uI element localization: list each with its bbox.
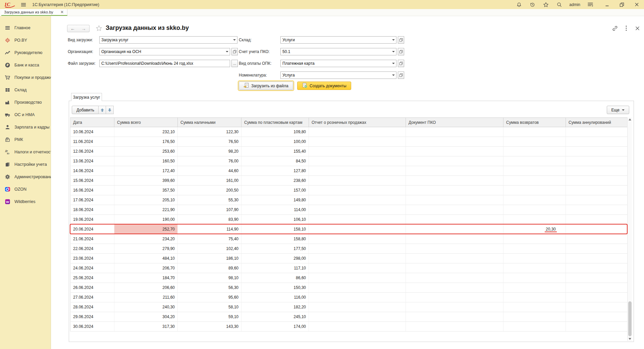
table-vertical-scrollbar[interactable] bbox=[627, 117, 632, 341]
table-cell[interactable]: 21.06.2024 bbox=[70, 234, 114, 244]
table-row[interactable]: 11.06.2024176,5076,50100,00 bbox=[70, 137, 628, 147]
table-cell[interactable] bbox=[309, 156, 406, 166]
schet-pko-open-icon[interactable] bbox=[398, 48, 404, 55]
nomenklatura-dropdown-icon[interactable] bbox=[390, 72, 396, 79]
table-cell[interactable] bbox=[503, 137, 566, 147]
table-cell[interactable] bbox=[406, 127, 503, 137]
table-cell[interactable] bbox=[406, 273, 503, 283]
table-cell[interactable]: 22.06.2024 bbox=[70, 244, 114, 254]
table-cell[interactable]: 13.06.2024 bbox=[70, 156, 114, 166]
table-cell[interactable] bbox=[566, 234, 628, 244]
table-cell[interactable] bbox=[406, 205, 503, 215]
back-button[interactable]: ← bbox=[67, 25, 78, 32]
table-row[interactable]: 19.06.2024190,0083,90106,10 bbox=[70, 215, 628, 225]
table-cell[interactable] bbox=[503, 147, 566, 156]
minimize-icon[interactable] bbox=[604, 2, 610, 8]
table-cell[interactable]: 177,50 bbox=[241, 244, 309, 254]
table-row[interactable]: 26.06.2024206,6056,30150,30 bbox=[70, 283, 628, 293]
table-cell[interactable] bbox=[406, 137, 503, 147]
table-cell[interactable] bbox=[566, 127, 628, 137]
table-row[interactable]: 20.06.2024252,70114,90158,1020,30 bbox=[70, 225, 628, 234]
table-cell[interactable]: 245,10 bbox=[241, 312, 309, 322]
table-cell[interactable]: 155,40 bbox=[241, 147, 309, 156]
table-cell[interactable]: 10.06.2024 bbox=[70, 127, 114, 137]
table-cell[interactable] bbox=[503, 234, 566, 244]
table-row[interactable]: 17.06.2024205,1055,30149,80 bbox=[70, 195, 628, 205]
more-button[interactable]: Еще bbox=[607, 106, 629, 114]
tab-zagruzka-uslug[interactable]: Загрузка услуг bbox=[71, 93, 102, 101]
table-cell[interactable] bbox=[406, 234, 503, 244]
sidebar-item-glavnoe[interactable]: Главное bbox=[0, 21, 51, 34]
table-cell[interactable] bbox=[309, 127, 406, 137]
user-menu[interactable]: admin bbox=[569, 2, 580, 7]
table-cell[interactable] bbox=[309, 263, 406, 273]
table-cell[interactable] bbox=[309, 137, 406, 147]
table-cell[interactable]: 76,50 bbox=[178, 137, 241, 147]
table-cell[interactable]: 182,20 bbox=[241, 302, 309, 312]
table-cell[interactable]: 186,10 bbox=[178, 254, 241, 263]
nomenklatura-open-icon[interactable] bbox=[398, 71, 404, 79]
more-actions-dots-icon[interactable] bbox=[625, 25, 627, 33]
table-cell[interactable]: 95,60 bbox=[178, 293, 241, 302]
table-cell[interactable]: 176,50 bbox=[114, 137, 178, 147]
nomenklatura-input[interactable] bbox=[281, 73, 390, 78]
table-cell[interactable] bbox=[309, 302, 406, 312]
table-row[interactable]: 21.06.2024234,2075,40158,80 bbox=[70, 234, 628, 244]
add-to-favorites-star-icon[interactable] bbox=[96, 25, 102, 33]
schet-pko-input[interactable] bbox=[281, 49, 390, 54]
table-cell[interactable]: 89,60 bbox=[178, 263, 241, 273]
table-cell[interactable] bbox=[566, 147, 628, 156]
table-cell[interactable] bbox=[309, 147, 406, 156]
table-row[interactable]: 15.06.2024399,60161,00238,60 bbox=[70, 176, 628, 186]
table-cell[interactable] bbox=[406, 147, 503, 156]
table-row[interactable]: 29.06.2024304,2059,10245,10 bbox=[70, 312, 628, 322]
table-cell[interactable]: 24.06.2024 bbox=[70, 263, 114, 273]
table-cell[interactable] bbox=[503, 156, 566, 166]
table-cell[interactable]: 44,60 bbox=[178, 166, 241, 176]
table-cell[interactable] bbox=[566, 273, 628, 283]
table-cell[interactable] bbox=[503, 244, 566, 254]
table-cell[interactable] bbox=[309, 244, 406, 254]
sklad-dropdown-icon[interactable] bbox=[390, 37, 396, 43]
table-row[interactable]: 30.06.2024317,30143,30174,00 bbox=[70, 322, 628, 332]
sklad-input[interactable] bbox=[281, 38, 390, 42]
table-cell[interactable] bbox=[503, 322, 566, 332]
move-down-icon[interactable] bbox=[106, 106, 114, 114]
table-cell[interactable] bbox=[309, 205, 406, 215]
table-row[interactable]: 22.06.2024279,90102,40177,50 bbox=[70, 244, 628, 254]
tab-zagruzka-dannykh[interactable]: Загрузка данных из skko.by ✕ bbox=[1, 9, 67, 16]
schet-pko-dropdown-icon[interactable] bbox=[390, 48, 396, 55]
table-cell[interactable] bbox=[503, 205, 566, 215]
notifications-bell-icon[interactable] bbox=[516, 2, 522, 8]
table-row[interactable]: 12.06.2024253,6098,20155,40 bbox=[70, 147, 628, 156]
table-cell[interactable]: 114,90 bbox=[178, 225, 241, 234]
scroll-up-icon[interactable] bbox=[628, 117, 632, 121]
table-cell[interactable] bbox=[566, 244, 628, 254]
sidebar-item-pokupki-i-prodazhi[interactable]: Покупки и продажи bbox=[0, 71, 51, 84]
table-cell[interactable]: 150,30 bbox=[241, 283, 309, 293]
search-icon[interactable] bbox=[556, 2, 562, 8]
forward-button[interactable]: → bbox=[78, 25, 90, 32]
functions-menu-icon[interactable] bbox=[587, 2, 594, 8]
table-cell[interactable]: 11.06.2024 bbox=[70, 137, 114, 147]
sidebar-item-bank-i-kassa[interactable]: ₽Банк и касса bbox=[0, 59, 51, 71]
vid-zagruzki-input[interactable] bbox=[100, 38, 231, 42]
table-cell[interactable]: 172,40 bbox=[114, 166, 178, 176]
fail-zagruzki-browse-button[interactable]: ... bbox=[231, 60, 238, 67]
table-cell[interactable] bbox=[309, 186, 406, 195]
table-cell[interactable] bbox=[503, 312, 566, 322]
column-header[interactable]: Дата bbox=[70, 118, 114, 127]
table-cell[interactable]: 59,10 bbox=[178, 312, 241, 322]
table-cell[interactable]: 102,40 bbox=[178, 244, 241, 254]
table-cell[interactable] bbox=[503, 215, 566, 225]
table-cell[interactable]: 14.06.2024 bbox=[70, 166, 114, 176]
table-cell[interactable]: 55,30 bbox=[178, 195, 241, 205]
table-cell[interactable]: 100,00 bbox=[241, 137, 309, 147]
sidebar-item-sklad[interactable]: Склад bbox=[0, 84, 51, 96]
table-cell[interactable]: 12.06.2024 bbox=[70, 147, 114, 156]
table-cell[interactable] bbox=[503, 283, 566, 293]
table-cell[interactable]: 240,30 bbox=[114, 302, 178, 312]
create-documents-button[interactable]: Создать документы bbox=[297, 82, 351, 90]
table-cell[interactable] bbox=[309, 283, 406, 293]
table-cell[interactable] bbox=[503, 302, 566, 312]
